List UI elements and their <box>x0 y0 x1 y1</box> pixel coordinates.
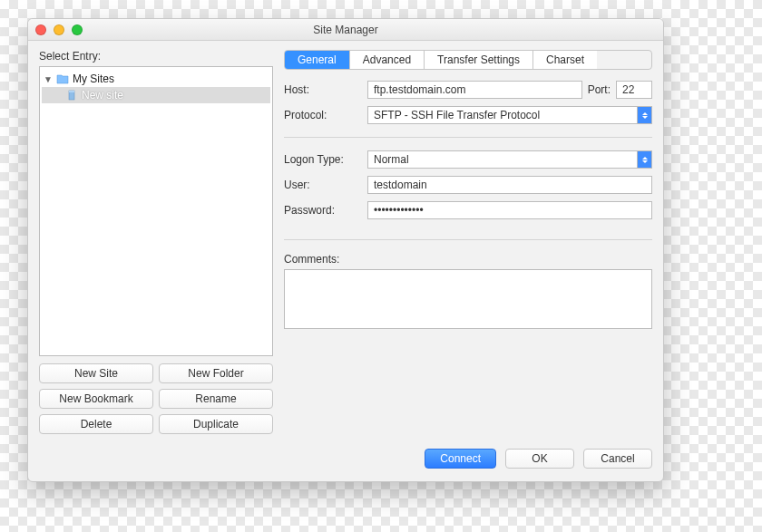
stepper-icon <box>637 107 651 123</box>
tab-advanced[interactable]: Advanced <box>350 51 425 69</box>
cancel-button[interactable]: Cancel <box>583 449 652 469</box>
left-button-grid: New Site New Folder New Bookmark Rename … <box>39 363 273 434</box>
divider <box>284 239 652 240</box>
folder-icon <box>56 73 69 85</box>
general-form: Host: Port: Protocol: SFTP - SSH File Tr… <box>284 81 652 332</box>
comments-label: Comments: <box>284 253 652 266</box>
protocol-value: SFTP - SSH File Transfer Protocol <box>368 109 637 121</box>
tree-child-row[interactable]: New site <box>42 87 270 103</box>
logon-type-value: Normal <box>368 153 637 166</box>
right-panel: General Advanced Transfer Settings Chars… <box>284 50 652 434</box>
password-label: Password: <box>284 204 362 217</box>
entry-tree[interactable]: ▼ My Sites New site <box>39 66 273 356</box>
site-manager-window: Site Manager Select Entry: ▼ My Sites Ne… <box>27 18 664 482</box>
tab-charset[interactable]: Charset <box>533 51 597 69</box>
rename-button[interactable]: Rename <box>159 389 273 409</box>
svg-rect-1 <box>69 91 74 92</box>
disclosure-triangle-icon[interactable]: ▼ <box>44 74 53 84</box>
stepper-icon <box>637 151 651 168</box>
server-icon <box>65 89 78 102</box>
password-row: Password: <box>284 201 652 219</box>
host-input[interactable] <box>367 81 582 99</box>
divider <box>284 137 652 138</box>
select-entry-label: Select Entry: <box>39 50 273 63</box>
new-bookmark-button[interactable]: New Bookmark <box>39 389 153 409</box>
tab-bar: General Advanced Transfer Settings Chars… <box>284 50 652 70</box>
tab-transfer-settings[interactable]: Transfer Settings <box>425 51 533 69</box>
logon-type-label: Logon Type: <box>284 153 362 166</box>
new-folder-button[interactable]: New Folder <box>159 363 273 383</box>
tree-root-label: My Sites <box>73 73 114 85</box>
tab-general[interactable]: General <box>285 51 350 69</box>
protocol-label: Protocol: <box>284 109 362 121</box>
comments-textarea[interactable] <box>284 269 652 329</box>
password-input[interactable] <box>367 201 652 219</box>
port-input[interactable] <box>616 81 652 99</box>
left-panel: Select Entry: ▼ My Sites New site N <box>39 50 273 434</box>
port-label: Port: <box>588 83 611 96</box>
dialog-footer: Connect OK Cancel <box>28 440 663 481</box>
host-row: Host: Port: <box>284 81 652 99</box>
protocol-select[interactable]: SFTP - SSH File Transfer Protocol <box>367 106 652 124</box>
delete-button[interactable]: Delete <box>39 414 153 434</box>
user-row: User: <box>284 176 652 194</box>
protocol-row: Protocol: SFTP - SSH File Transfer Proto… <box>284 106 652 124</box>
logon-type-select[interactable]: Normal <box>367 150 652 169</box>
connect-button[interactable]: Connect <box>425 449 496 469</box>
comments-section: Comments: <box>284 253 652 332</box>
tree-child-label: New site <box>82 89 123 102</box>
titlebar: Site Manager <box>28 19 663 41</box>
window-title: Site Manager <box>28 24 663 36</box>
ok-button[interactable]: OK <box>505 449 574 469</box>
content-area: Select Entry: ▼ My Sites New site N <box>28 41 663 440</box>
duplicate-button[interactable]: Duplicate <box>159 414 273 434</box>
user-label: User: <box>284 179 362 191</box>
user-input[interactable] <box>367 176 652 194</box>
tree-root-row[interactable]: ▼ My Sites <box>42 71 270 87</box>
host-label: Host: <box>284 83 362 96</box>
logon-row: Logon Type: Normal <box>284 150 652 169</box>
new-site-button[interactable]: New Site <box>39 363 153 383</box>
